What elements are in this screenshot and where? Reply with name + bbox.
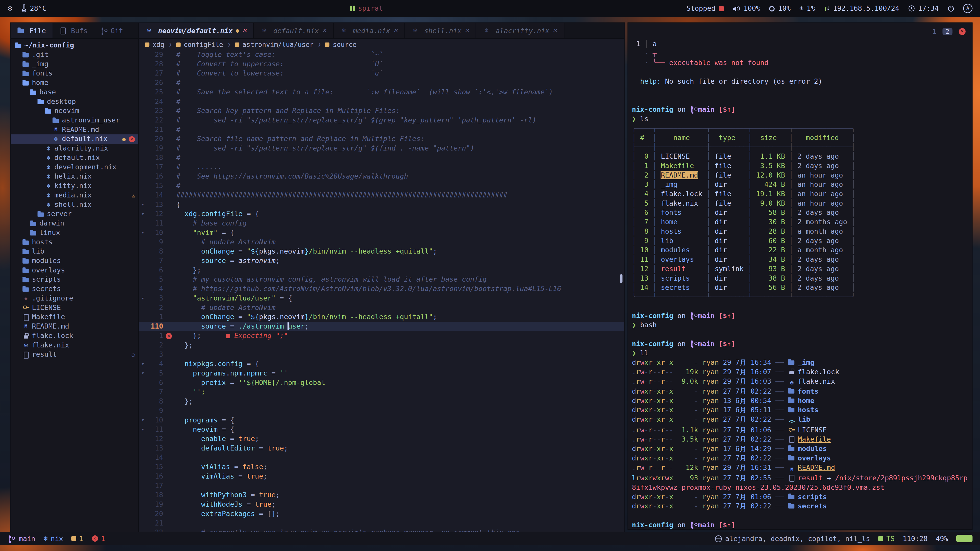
code-line[interactable]: ▾13{ xyxy=(139,200,625,210)
terminal-tab-2[interactable]: 2 xyxy=(942,28,953,35)
diagnostic-error[interactable]: ✕ 1 xyxy=(92,534,105,543)
code-line[interactable]: 6 }; xyxy=(139,265,625,275)
code-line[interactable]: 2 # update AstroNvim xyxy=(139,303,625,313)
code-line[interactable]: 8 }; xyxy=(139,397,625,406)
close-icon[interactable]: ✕ xyxy=(465,27,469,34)
neotree-tab-file[interactable]: File xyxy=(11,23,52,38)
tree-item-flake.nix[interactable]: ❄flake.nix xyxy=(11,341,138,350)
code-line[interactable]: 24# xyxy=(139,97,625,106)
tree-item-lib[interactable]: lib xyxy=(11,247,138,256)
code-line[interactable]: 9 # update AstroNvim xyxy=(139,238,625,247)
code-editor[interactable]: 29# Toggle text's case: `~`28# Convert t… xyxy=(139,50,625,532)
breadcrumb-item-xdg[interactable]: xdg xyxy=(145,41,164,48)
media-widget[interactable]: spiral xyxy=(350,4,383,13)
tree-item-desktop[interactable]: desktop xyxy=(11,97,138,106)
code-line[interactable]: 9 xyxy=(139,406,625,416)
tree-item-neovim[interactable]: neovim xyxy=(11,106,138,116)
network-widget[interactable]: 192.168.5.100/24 xyxy=(824,4,899,13)
breadcrumb-item-astronvim/lua/user[interactable]: astronvim/lua/user xyxy=(235,41,313,48)
code-line[interactable]: 19 withNodeJs = true; xyxy=(139,500,625,509)
code-line[interactable]: 17 xyxy=(139,481,625,491)
tree-item-Makefile[interactable]: Makefile xyxy=(11,312,138,322)
tree-item-default.nix[interactable]: ❄default.nix●✕ xyxy=(11,135,138,144)
buffer-tab-alacritty.nix[interactable]: ❄alacritty.nix✕ xyxy=(476,23,564,38)
code-line[interactable]: 7 ''; xyxy=(139,387,625,397)
code-line[interactable]: 14 xyxy=(139,453,625,462)
code-line[interactable]: ▾10 "nvim" = { xyxy=(139,228,625,238)
code-line[interactable]: 16 vimAlias = true; xyxy=(139,472,625,481)
code-line[interactable]: ▾10 programs = { xyxy=(139,416,625,425)
code-line[interactable]: 20# Search file name pattern and Replace… xyxy=(139,135,625,144)
code-line[interactable]: 18# xyxy=(139,153,625,162)
tree-item-home[interactable]: home xyxy=(11,78,138,87)
tree-item-base[interactable]: base xyxy=(11,87,138,97)
code-line[interactable]: 5 # my cusotom astronvim config, astronv… xyxy=(139,275,625,284)
neotree-tab-bufs[interactable]: Bufs xyxy=(52,23,94,38)
tree-item-helix.nix[interactable]: ❄helix.nix xyxy=(11,171,138,181)
code-line[interactable]: 13 defaultEditor = true; xyxy=(139,444,625,453)
scrollbar-thumb[interactable] xyxy=(620,274,622,283)
tree-item-hosts[interactable]: hosts xyxy=(11,238,138,247)
code-line[interactable]: 22 # currently we use lazy.nvim as neovi… xyxy=(139,528,625,532)
code-line[interactable]: 1✕ }; ■ Expecting ";" xyxy=(139,331,625,341)
tree-item-darwin[interactable]: darwin xyxy=(11,219,138,228)
clock-widget[interactable]: 17:34 xyxy=(908,4,939,13)
tree-item-modules[interactable]: modules xyxy=(11,256,138,265)
code-line[interactable]: 15# xyxy=(139,181,625,191)
stopped-widget[interactable]: Stopped xyxy=(687,4,724,13)
code-line[interactable]: 21# xyxy=(139,125,625,135)
nix-menu-button[interactable]: ❄ xyxy=(7,4,12,13)
code-line[interactable]: ▾11 neovim = { xyxy=(139,425,625,434)
tree-item-linux[interactable]: linux xyxy=(11,228,138,238)
close-icon[interactable]: ✕ xyxy=(959,28,966,35)
tree-item-result[interactable]: result○ xyxy=(11,350,138,359)
close-icon[interactable]: ✕ xyxy=(242,27,247,34)
tree-item-astronvim_user[interactable]: astronvim_user xyxy=(11,116,138,125)
code-line[interactable]: 1 onChange = "${pkgs.neovim}/bin/nvim --… xyxy=(139,312,625,322)
code-line[interactable]: 16# See https://astronvim.com/Basic%20Us… xyxy=(139,171,625,181)
code-line[interactable]: 29# Toggle text's case: `~` xyxy=(139,50,625,59)
tree-item-README.md[interactable]: MREADME.md xyxy=(11,322,138,331)
tree-item-fonts[interactable]: fonts xyxy=(11,68,138,78)
temperature-widget[interactable]: 28°C xyxy=(21,4,46,13)
user-badge[interactable]: A xyxy=(963,4,973,13)
code-line[interactable]: 3 xyxy=(139,350,625,359)
code-line[interactable]: 18 withPython3 = true; xyxy=(139,490,625,500)
volume-widget[interactable]: 100% xyxy=(732,4,760,13)
code-line[interactable]: ▾12 xdg.configFile = { xyxy=(139,209,625,219)
code-line[interactable]: 14######################################… xyxy=(139,191,625,200)
code-line[interactable]: 20 extraPackages = []; xyxy=(139,509,625,519)
code-line[interactable]: 28# Convert to uppercase: `U` xyxy=(139,59,625,69)
code-line[interactable]: 19# sed -ri "s/pattern_str/replace_str/g… xyxy=(139,144,625,153)
code-line[interactable]: 4 # https://github.com/AstroNvim/AstroNv… xyxy=(139,284,625,294)
tree-item-~/nix-config[interactable]: ~/nix-config xyxy=(11,41,138,50)
code-line[interactable]: 15 viAlias = false; xyxy=(139,462,625,472)
code-line[interactable]: 8 onChange = "${pkgs.neovim}/bin/nvim --… xyxy=(139,247,625,256)
power-button[interactable] xyxy=(948,5,955,12)
tree-item-media.nix[interactable]: ❄media.nix⚠ xyxy=(11,191,138,200)
tree-item-secrets[interactable]: secrets xyxy=(11,284,138,294)
brightness-widget[interactable]: ☀ 1% xyxy=(799,4,815,13)
code-line[interactable]: 26# xyxy=(139,78,625,87)
buffer-tab-default.nix[interactable]: ❄default.nix✕ xyxy=(254,23,334,38)
code-line[interactable]: 12 enable = true; xyxy=(139,434,625,444)
code-line[interactable]: 11 # base config xyxy=(139,219,625,228)
close-icon[interactable]: ✕ xyxy=(552,27,557,34)
tree-item-scripts[interactable]: scripts xyxy=(11,275,138,284)
git-branch[interactable]: main xyxy=(7,534,35,543)
diagnostic-warning[interactable]: 1 xyxy=(71,534,83,543)
code-line[interactable]: ▾5 programs.npm.npmrc = '' xyxy=(139,368,625,378)
tree-item-.git[interactable]: .git xyxy=(11,50,138,59)
tree-item-flake.lock[interactable]: flake.lock xyxy=(11,331,138,341)
buffer-tab-shell.nix[interactable]: ❄shell.nix✕ xyxy=(405,23,476,38)
breadcrumb-item-source[interactable]: source xyxy=(325,41,356,48)
code-line[interactable]: 22# sed -ri "s/pattern_str/replace_str/g… xyxy=(139,116,625,125)
tree-item-.gitignore[interactable]: ◆.gitignore xyxy=(11,294,138,303)
tree-item-shell.nix[interactable]: ❄shell.nix xyxy=(11,200,138,210)
neotree-tab-git[interactable]: Git xyxy=(94,23,129,38)
code-line[interactable]: 17# ...... xyxy=(139,162,625,172)
code-line[interactable]: 25# Save the selected text to a file: `:… xyxy=(139,87,625,97)
tree-item-_img[interactable]: _img xyxy=(11,59,138,69)
code-line[interactable]: 6 prefix = ''${HOME}/.npm-global xyxy=(139,378,625,387)
close-icon[interactable]: ✕ xyxy=(322,27,326,34)
